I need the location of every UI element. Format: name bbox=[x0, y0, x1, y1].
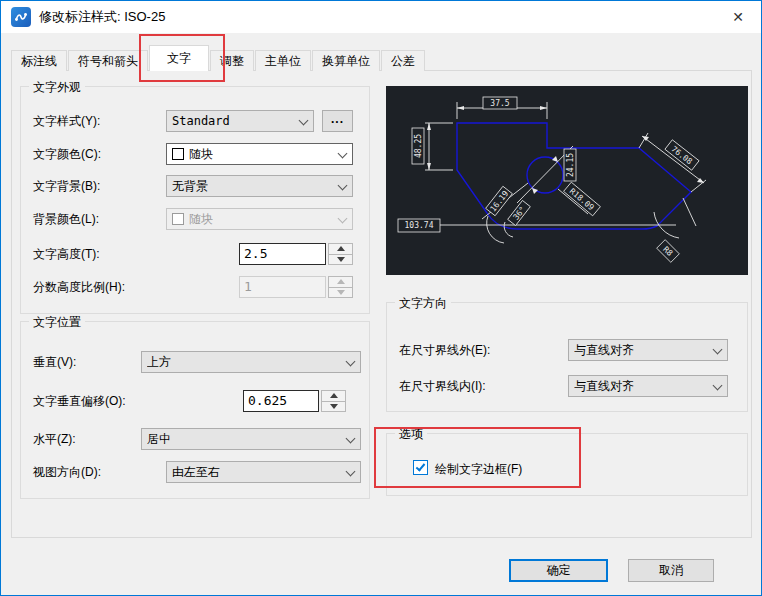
annotation-box-text-tab bbox=[139, 34, 225, 82]
triangle-up-icon bbox=[337, 246, 345, 251]
outside-extlines-value: 与直线对齐 bbox=[574, 342, 634, 359]
view-direction-label: 视图方向(D): bbox=[33, 461, 101, 483]
chevron-down-icon bbox=[300, 117, 308, 125]
text-appearance-group-title: 文字外观 bbox=[29, 79, 85, 96]
tab-lines[interactable]: 标注线 bbox=[11, 50, 67, 71]
view-direction-combobox[interactable]: 由左至右 bbox=[166, 461, 361, 483]
text-fill-combobox[interactable]: 无背景 bbox=[166, 175, 353, 197]
close-button[interactable]: ✕ bbox=[715, 2, 761, 33]
fill-color-combobox: 随块 bbox=[166, 208, 353, 230]
triangle-up-icon bbox=[337, 279, 345, 284]
spinner-down-button[interactable] bbox=[328, 255, 353, 266]
tab-tolerances[interactable]: 公差 bbox=[381, 50, 425, 71]
preview-dim-radius: R18.09 bbox=[558, 182, 600, 216]
vertical-offset-spinner: 0.625 bbox=[243, 390, 346, 412]
svg-text:48.25: 48.25 bbox=[414, 134, 423, 158]
spinner-down-button bbox=[328, 288, 353, 299]
inside-extlines-combobox[interactable]: 与直线对齐 bbox=[568, 375, 728, 397]
annotation-box-options bbox=[374, 427, 581, 488]
text-color-label: 文字颜色(C): bbox=[33, 143, 101, 165]
text-height-input[interactable]: 2.5 bbox=[239, 243, 326, 265]
tab-alternate-units[interactable]: 换算单位 bbox=[312, 50, 380, 71]
dimension-style-dialog: 修改标注样式: ISO-25 ✕ 标注线 符号和箭头 文字 调整 主单位 换算单… bbox=[0, 0, 762, 596]
triangle-up-icon bbox=[330, 393, 338, 398]
horizontal-value: 居中 bbox=[147, 431, 171, 448]
spinner-down-button[interactable] bbox=[321, 402, 346, 413]
text-style-value: Standard bbox=[172, 114, 230, 128]
fill-color-label: 背景颜色(L): bbox=[33, 208, 99, 230]
spinner-up-button[interactable] bbox=[328, 243, 353, 255]
triangle-down-icon bbox=[330, 404, 338, 409]
preview-dim-angle-labels: 16.19 36° bbox=[482, 183, 530, 243]
text-placement-group: 文字位置 垂直(V): 上方 文字垂直偏移(O): 0.625 水平(Z): 居… bbox=[20, 321, 370, 499]
text-height-spinner: 2.5 bbox=[239, 243, 353, 265]
horizontal-combobox[interactable]: 居中 bbox=[141, 428, 361, 450]
spinner-up-button[interactable] bbox=[321, 390, 346, 402]
fraction-scale-input: 1 bbox=[239, 276, 326, 298]
chevron-down-icon bbox=[714, 346, 722, 354]
chevron-down-icon bbox=[339, 150, 347, 158]
preview-dim-slant: 76.08 bbox=[639, 133, 706, 192]
preview-dim-left: 48.25 bbox=[412, 123, 453, 170]
preview-dim-top: 37.5 bbox=[457, 97, 547, 119]
dimension-style-icon bbox=[14, 10, 28, 24]
view-direction-value: 由左至右 bbox=[172, 464, 220, 481]
dimension-preview-drawing: 37.5 48.25 24.15 bbox=[386, 86, 748, 275]
vertical-offset-input[interactable]: 0.625 bbox=[243, 390, 319, 412]
chevron-down-icon bbox=[714, 382, 722, 390]
chevron-down-icon bbox=[339, 215, 347, 223]
text-fill-label: 文字背景(B): bbox=[33, 175, 100, 197]
ok-button[interactable]: 确定 bbox=[509, 559, 608, 582]
outside-extlines-combobox[interactable]: 与直线对齐 bbox=[568, 339, 728, 361]
close-icon: ✕ bbox=[732, 9, 744, 25]
text-direction-group-title: 文字方向 bbox=[395, 295, 451, 312]
inside-extlines-value: 与直线对齐 bbox=[574, 378, 634, 395]
text-style-browse-button[interactable]: ... bbox=[322, 110, 353, 132]
chevron-down-icon bbox=[347, 435, 355, 443]
chevron-down-icon bbox=[339, 182, 347, 190]
triangle-down-icon bbox=[337, 290, 345, 295]
app-icon bbox=[11, 7, 31, 27]
text-fill-value: 无背景 bbox=[172, 178, 208, 195]
window-title: 修改标注样式: ISO-25 bbox=[39, 8, 165, 26]
vertical-combobox[interactable]: 上方 bbox=[141, 351, 361, 373]
color-swatch-icon bbox=[172, 148, 184, 160]
triangle-down-icon bbox=[337, 257, 345, 262]
fraction-scale-spinner: 1 bbox=[239, 276, 353, 298]
vertical-offset-label: 文字垂直偏移(O): bbox=[33, 390, 126, 412]
fraction-scale-label: 分数高度比例(H): bbox=[33, 276, 125, 298]
text-style-combobox[interactable]: Standard bbox=[166, 110, 314, 132]
inside-extlines-label: 在尺寸界线内(I): bbox=[399, 375, 486, 397]
spinner-up-button bbox=[328, 276, 353, 288]
outside-extlines-label: 在尺寸界线外(E): bbox=[399, 339, 490, 361]
fill-color-value: 随块 bbox=[189, 211, 213, 228]
cancel-button[interactable]: 取消 bbox=[628, 559, 714, 582]
vertical-value: 上方 bbox=[147, 354, 171, 371]
horizontal-label: 水平(Z): bbox=[33, 428, 76, 450]
tab-primary-units[interactable]: 主单位 bbox=[255, 50, 311, 71]
svg-text:24.15: 24.15 bbox=[566, 153, 575, 177]
titlebar: 修改标注样式: ISO-25 ✕ bbox=[1, 1, 761, 33]
dimension-preview-pane: 37.5 48.25 24.15 bbox=[386, 86, 748, 275]
ellipsis-icon: ... bbox=[331, 112, 344, 126]
text-style-label: 文字样式(Y): bbox=[33, 110, 100, 132]
vertical-label: 垂直(V): bbox=[33, 351, 76, 373]
color-swatch-icon bbox=[172, 213, 184, 225]
text-placement-group-title: 文字位置 bbox=[29, 314, 85, 331]
text-appearance-group: 文字外观 文字样式(Y): Standard ... 文字颜色(C): 随块 文… bbox=[20, 86, 370, 314]
chevron-down-icon bbox=[347, 468, 355, 476]
tab-symbols-arrows[interactable]: 符号和箭头 bbox=[68, 50, 148, 71]
text-color-combobox[interactable]: 随块 bbox=[166, 143, 353, 165]
text-direction-group: 文字方向 在尺寸界线外(E): 与直线对齐 在尺寸界线内(I): 与直线对齐 bbox=[386, 302, 748, 412]
chevron-down-icon bbox=[347, 358, 355, 366]
text-color-value: 随块 bbox=[189, 146, 213, 163]
svg-text:103.74: 103.74 bbox=[405, 221, 434, 230]
svg-text:37.5: 37.5 bbox=[490, 99, 509, 108]
preview-dim-baseline: 103.74 bbox=[398, 219, 676, 232]
text-height-label: 文字高度(T): bbox=[33, 243, 100, 265]
